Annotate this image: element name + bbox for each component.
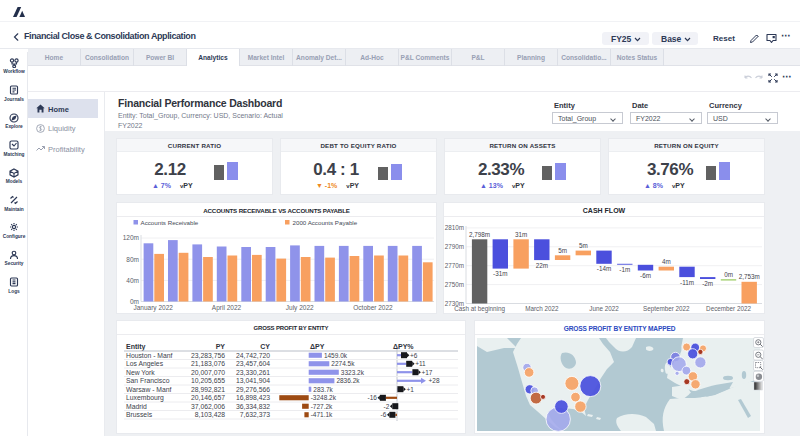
svg-text:-11m: -11m [680,279,694,286]
svg-text:CY: CY [260,343,270,350]
svg-text:-6m: -6m [640,272,651,279]
svg-text:New York: New York [126,369,155,376]
svg-text:March 2022: March 2022 [525,305,559,312]
svg-text:37,062,006: 37,062,006 [191,403,225,410]
svg-text:+6: +6 [410,352,418,359]
svg-text:PY: PY [216,343,226,350]
svg-text:+11: +11 [415,360,426,367]
svg-text:36,334,832: 36,334,832 [236,403,270,410]
svg-text:20,146,657: 20,146,657 [191,394,225,401]
svg-text:Accounts Receivable: Accounts Receivable [141,219,199,226]
svg-text:7,632,373: 7,632,373 [240,411,270,418]
svg-text:3323.2k: 3323.2k [341,369,365,376]
svg-text:Warsaw - Manf: Warsaw - Manf [126,386,172,393]
svg-text:31m: 31m [515,231,527,238]
svg-text:23,330,261: 23,330,261 [236,369,270,376]
svg-text:+17: +17 [421,369,432,376]
svg-text:-1m: -1m [619,266,630,273]
svg-text:July 2022: July 2022 [286,304,314,312]
svg-text:23,457,604: 23,457,604 [236,360,270,367]
svg-text:80m: 80m [126,256,139,263]
svg-text:2,753m: 2,753m [739,273,760,280]
svg-text:-471.1k: -471.1k [311,411,333,418]
svg-text:Entity: Entity [126,343,146,351]
svg-text:5m: 5m [558,247,567,254]
svg-text:-727.2k: -727.2k [311,403,333,410]
svg-text:-31m: -31m [493,270,507,277]
svg-text:2000 Accounts Payable: 2000 Accounts Payable [293,219,358,226]
svg-text:-2m: -2m [702,280,713,287]
svg-text:Cash at beginning: Cash at beginning [454,305,505,313]
svg-text:-14m: -14m [597,265,611,272]
svg-text:13,041,904: 13,041,904 [236,377,270,384]
svg-text:10,205,655: 10,205,655 [191,377,225,384]
svg-text:4m: 4m [662,258,671,265]
svg-text:29,276,566: 29,276,566 [236,386,270,393]
svg-text:Houston - Manf: Houston - Manf [126,352,173,359]
svg-text:2274.5k: 2274.5k [331,360,355,367]
svg-text:2770m: 2770m [445,262,464,269]
svg-text:-16: -16 [367,394,377,401]
svg-text:June 2022: June 2022 [589,305,619,312]
svg-text:-6: -6 [381,411,387,418]
svg-text:ΔPY%: ΔPY% [393,343,414,350]
svg-text:Los Angeles: Los Angeles [126,360,164,368]
svg-text:December 2022: December 2022 [706,305,751,312]
svg-text:16,898,423: 16,898,423 [236,394,270,401]
svg-text:22m: 22m [536,262,548,269]
svg-text:Luxembourg: Luxembourg [126,394,164,402]
svg-text:20,007,070: 20,007,070 [191,369,225,376]
svg-text:21,183,076: 21,183,076 [191,360,225,367]
svg-text:2790m: 2790m [445,243,464,250]
svg-text:+28: +28 [429,377,440,384]
svg-text:40m: 40m [126,277,139,284]
svg-text:2836.2k: 2836.2k [336,377,360,384]
svg-text:Brussels: Brussels [126,411,153,418]
svg-text:24,742,720: 24,742,720 [236,352,270,359]
svg-text:283.7k: 283.7k [313,386,333,393]
svg-text:October 2022: October 2022 [353,304,393,311]
svg-text:-3248.2k: -3248.2k [311,394,337,401]
svg-text:2750m: 2750m [445,281,464,288]
svg-text:January 2022: January 2022 [134,304,174,312]
svg-text:-2: -2 [384,403,390,410]
svg-text:28,992,821: 28,992,821 [191,386,225,393]
svg-text:5m: 5m [579,242,588,249]
svg-text:Madrid: Madrid [126,403,147,410]
svg-text:120m: 120m [123,234,139,241]
svg-text:2810m: 2810m [445,224,464,231]
svg-text:1459.0k: 1459.0k [324,352,348,359]
svg-text:April 2022: April 2022 [212,304,242,312]
svg-text:September 2022: September 2022 [643,305,690,313]
svg-text:2,798m: 2,798m [469,231,490,238]
svg-text:San Francisco: San Francisco [126,377,170,384]
svg-text:ΔPY: ΔPY [310,343,325,350]
svg-text:+1: +1 [406,386,414,393]
svg-text:8,103,428: 8,103,428 [195,411,225,418]
svg-text:0m: 0m [724,271,733,278]
svg-text:23,283,756: 23,283,756 [191,352,225,359]
